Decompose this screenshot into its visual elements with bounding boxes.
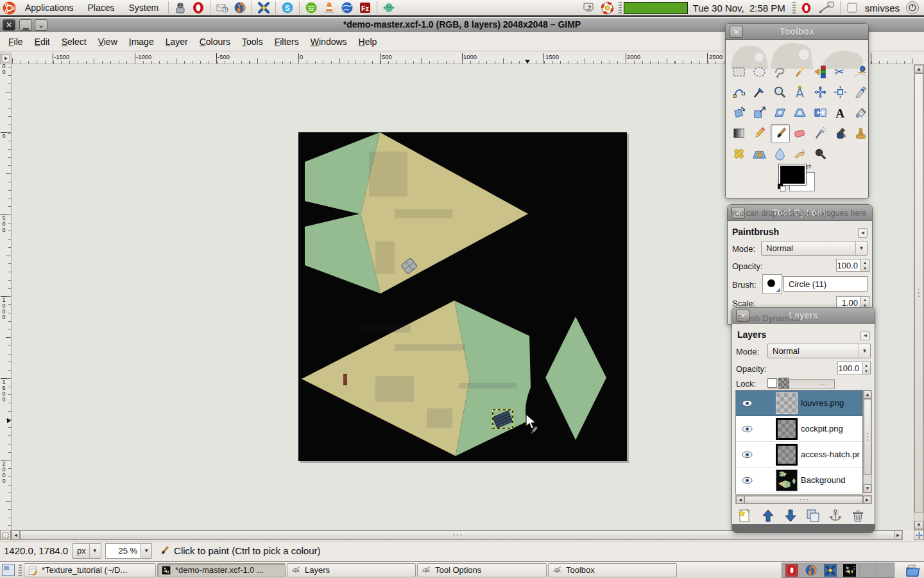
ruler-origin-button[interactable] <box>0 53 12 64</box>
evolution-mail-icon[interactable] <box>214 1 230 15</box>
close-icon[interactable]: ✕ <box>730 26 743 38</box>
slider-grip-icon[interactable]: ··· <box>819 380 828 389</box>
close-icon[interactable]: ✕ <box>732 207 745 219</box>
visibility-eye-icon[interactable] <box>736 399 758 407</box>
visibility-eye-icon[interactable] <box>736 451 758 459</box>
panel-grip[interactable] <box>619 2 622 13</box>
layer-row-access-hatch[interactable]: access-hatch.pr <box>736 442 862 468</box>
tool-clone[interactable] <box>851 124 869 142</box>
spotify-icon[interactable] <box>304 1 319 15</box>
scroll-up-arrow-icon[interactable]: ▲ <box>864 390 871 399</box>
layer-row-cockpit[interactable]: cockpit.png <box>736 416 862 442</box>
tablet-stylus-icon[interactable] <box>817 1 836 15</box>
layer-thumbnail[interactable] <box>776 418 798 440</box>
vscroll-thumb[interactable]: ··· <box>864 399 871 475</box>
vertical-ruler[interactable]: -500 0 500 1000 1500 2000 <box>0 64 12 530</box>
layer-thumbnail[interactable] <box>776 444 798 466</box>
toolbox-titlebar[interactable]: ✕ Toolbox <box>726 24 868 40</box>
layer-thumbnail[interactable] <box>776 469 798 491</box>
raise-layer-button[interactable] <box>760 508 776 523</box>
clipboard-manager-icon[interactable] <box>903 563 921 577</box>
zoom-dropdown-button[interactable]: ▼ <box>141 543 152 559</box>
tool-crop[interactable] <box>851 83 869 101</box>
scroll-right-arrow-icon[interactable]: ► <box>894 530 902 539</box>
user-switcher-name[interactable]: smivses <box>861 3 903 13</box>
menu-colours[interactable]: Colours <box>194 34 236 49</box>
workspace-switcher[interactable] <box>2 564 15 576</box>
mode-dropdown[interactable]: Normal▼ <box>761 241 868 256</box>
update-manager-icon[interactable] <box>173 1 188 15</box>
distributor-logo-icon[interactable] <box>1 1 17 15</box>
tool-flip[interactable] <box>811 103 829 121</box>
tool-pencil[interactable] <box>750 124 768 142</box>
menu-windows[interactable]: Windows <box>305 34 353 49</box>
vscroll-thumb[interactable]: ··· <box>914 73 923 512</box>
menu-places[interactable]: Places <box>81 0 122 16</box>
tool-rectangle-select[interactable] <box>730 62 748 80</box>
tool-heal[interactable] <box>730 144 748 162</box>
layer-name[interactable]: louvres.png <box>801 398 844 408</box>
menu-tools[interactable]: Tools <box>236 34 269 49</box>
tool-select-by-color[interactable] <box>811 62 829 80</box>
tray-firefox-icon[interactable] <box>803 563 819 577</box>
scroll-down-arrow-icon[interactable]: ▼ <box>914 521 923 529</box>
firefox-icon[interactable] <box>232 1 248 15</box>
tool-shear[interactable] <box>771 103 789 121</box>
tool-options-titlebar[interactable]: ✕ Tool Options <box>728 205 872 221</box>
lower-layer-button[interactable] <box>783 508 798 523</box>
tool-perspective[interactable] <box>791 103 809 121</box>
menu-file[interactable]: File <box>3 34 29 49</box>
tool-paths[interactable] <box>730 83 748 101</box>
scroll-up-arrow-icon[interactable]: ▲ <box>914 65 923 73</box>
tool-scale[interactable] <box>750 103 768 121</box>
quick-mask-toggle-button[interactable] <box>0 530 11 540</box>
menu-layer[interactable]: Layer <box>160 34 194 49</box>
tool-eraser[interactable] <box>791 124 809 142</box>
menu-select[interactable]: Select <box>56 34 92 49</box>
task-demo-master[interactable]: *demo-master.xcf-1.0 ... <box>157 563 286 577</box>
tool-scissors-select[interactable]: ✂ <box>831 62 849 80</box>
canvas-vertical-scrollbar[interactable]: ▲ ··· ▼ <box>914 64 924 530</box>
tool-rotate[interactable] <box>730 103 748 121</box>
collapse-arrow-icon[interactable]: ◄ <box>858 228 868 238</box>
hscroll-thumb[interactable]: ··· <box>744 496 863 504</box>
layer-name[interactable]: Background <box>801 475 845 485</box>
menu-applications[interactable]: Applications <box>18 0 81 16</box>
layer-row-background[interactable]: Background <box>736 468 862 493</box>
layer-row-louvres[interactable]: louvres.png <box>736 390 862 416</box>
menu-edit[interactable]: Edit <box>29 34 56 49</box>
layer-list-vscrollbar[interactable]: ▲ ··· ▼ <box>863 390 872 493</box>
layer-opacity-spin-buttons[interactable]: ▲▼ <box>862 362 871 374</box>
opacity-spin-entry[interactable]: 100.0 <box>836 259 861 272</box>
tray-gimp-image-icon[interactable] <box>841 563 858 577</box>
default-colors-icon[interactable] <box>777 183 786 195</box>
skype-icon[interactable]: S <box>280 1 295 15</box>
menu-image[interactable]: Image <box>123 34 160 49</box>
task-texture-tutorial[interactable]: *Texture_tutorial (~/D... <box>24 563 156 577</box>
menu-help[interactable]: Help <box>353 34 383 49</box>
brush-preview[interactable] <box>762 274 782 294</box>
task-toolbox[interactable]: Toolbox <box>548 563 677 577</box>
image-canvas[interactable] <box>298 132 627 461</box>
scroll-down-arrow-icon[interactable]: ▼ <box>864 484 871 493</box>
lock-alpha-checkbox[interactable] <box>767 378 777 388</box>
duplicate-layer-button[interactable] <box>805 508 821 523</box>
tool-dodge-burn[interactable] <box>811 144 829 162</box>
visibility-eye-icon[interactable] <box>736 425 758 433</box>
zoom-level-entry[interactable]: 25 % <box>105 543 141 559</box>
filezilla-icon[interactable]: Fz <box>357 1 373 15</box>
help-lifesaver-icon[interactable] <box>600 1 615 15</box>
tool-paintbrush[interactable] <box>771 124 790 143</box>
tool-ellipse-select[interactable] <box>750 62 768 80</box>
layer-list-hscrollbar[interactable]: ◄ ··· ► <box>735 495 872 504</box>
brush-name-entry[interactable]: Circle (11) <box>783 276 868 292</box>
scroll-right-arrow-icon[interactable]: ► <box>863 496 871 504</box>
scroll-left-arrow-icon[interactable]: ◄ <box>736 496 744 504</box>
pidgin-icon[interactable] <box>381 1 397 15</box>
new-layer-button[interactable] <box>737 508 753 523</box>
menu-view[interactable]: View <box>92 34 123 49</box>
tool-blend[interactable] <box>730 124 748 142</box>
task-layers[interactable]: Layers <box>287 563 416 577</box>
layer-opacity-spin-entry[interactable]: 100.0 <box>837 362 862 374</box>
tool-airbrush[interactable] <box>811 124 829 142</box>
